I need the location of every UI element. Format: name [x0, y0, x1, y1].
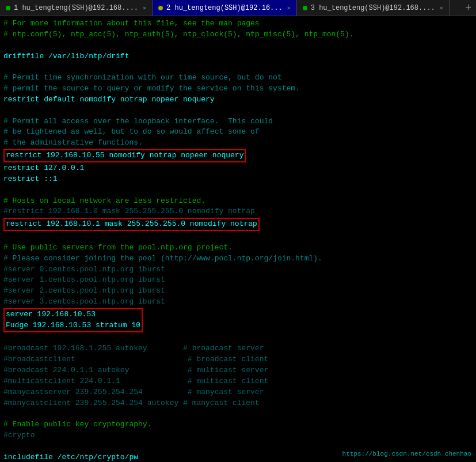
watermark: https://blog.csdn.net/csdn_chenhao — [342, 450, 471, 457]
line-16 — [3, 185, 473, 196]
line-5 — [3, 62, 473, 73]
line-17: # Hosts on local network are less restri… — [3, 196, 473, 207]
line-15: restrict ::1 — [3, 174, 473, 185]
line-34: #manycastserver 239.255.254.254 # manyca… — [3, 387, 473, 398]
tab-3-dot — [303, 6, 307, 10]
add-tab-button[interactable]: + — [465, 2, 476, 14]
title-bar: 1 hu_tengteng(SSH)@192.168.... ✕ 2 hu_te… — [0, 0, 476, 16]
line-21: # Use public servers from the pool.ntp.o… — [3, 243, 473, 253]
line-7: # permit the source to query or modify t… — [3, 84, 473, 94]
line-32: #broadcast 224.0.1.1 autokey # multicast… — [3, 365, 473, 376]
line-31: #broadcastclient # broadcast client — [3, 354, 473, 365]
tab-2-label: 2 hu_tengteng(SSH)@192.16... — [166, 4, 283, 12]
restrict-line-1: restrict 192.168.10.55 nomodify notrap n… — [5, 150, 245, 161]
tab-2-dot — [158, 6, 163, 10]
line-25: #server 2.centos.pool.ntp.org iburst — [3, 286, 473, 297]
line-20 — [3, 232, 473, 243]
line-38: #crypto — [3, 430, 473, 441]
tab-3-close[interactable]: ✕ — [440, 5, 443, 12]
highlighted-line-2: restrict 192.168.10.1 mask 255.255.255.0… — [3, 218, 260, 231]
line-1: # For more information about this file, … — [3, 18, 473, 29]
line-8: restrict default nomodify notrap nopeer … — [3, 94, 473, 105]
tab-3[interactable]: 3 hu_tengteng(SSH)@192.168.... ✕ — [297, 0, 450, 16]
line-12: # the administrative functions. — [3, 138, 473, 149]
line-30: #broadcast 192.168.1.255 autokey # broad… — [3, 343, 473, 354]
line-3 — [3, 40, 473, 51]
line-33: #multicastclient 224.0.1.1 # multicast c… — [3, 376, 473, 387]
line-26: #server 3.centos.pool.ntp.org iburst — [3, 297, 473, 308]
highlighted-block-server: server 192.168.10.53 Fudge 192.168.10.53… — [3, 308, 143, 332]
line-11: # be tightened as well, but to do so wou… — [3, 127, 473, 138]
line-23: #server 0.centos.pool.ntp.org iburst — [3, 264, 473, 275]
line-37: # Enable public key cryptography. — [3, 419, 473, 430]
restrict-line-2: restrict 192.168.10.1 mask 255.255.255.0… — [5, 219, 258, 230]
terminal: # For more information about this file, … — [0, 16, 476, 462]
tab-1-label: 1 hu_tengteng(SSH)@192.168.... — [14, 4, 138, 12]
line-18: #restrict 192.168.1.0 mask 255.255.255.0… — [3, 206, 473, 217]
tab-1[interactable]: 1 hu_tengteng(SSH)@192.168.... ✕ — [0, 0, 153, 16]
server-line-2: Fudge 192.168.10.53 stratum 10 — [5, 320, 142, 331]
line-10: # Permit all access over the loopback in… — [3, 116, 473, 127]
line-2: # ntp.conf(5), ntp_acc(5), ntp_auth(5), … — [3, 29, 473, 40]
tab-2-close[interactable]: ✕ — [287, 5, 291, 12]
line-24: #server 1.centos.pool.ntp.org iburst — [3, 275, 473, 286]
line-4: driftfile /var/lib/ntp/drift — [3, 51, 473, 62]
tab-2[interactable]: 2 hu_tengteng(SSH)@192.16... ✕ — [153, 0, 297, 16]
line-6: # Permit time synchronization with our t… — [3, 73, 473, 84]
line-29 — [3, 333, 473, 344]
line-22: # Please consider joining the pool (http… — [3, 253, 473, 264]
tab-1-close[interactable]: ✕ — [143, 5, 146, 12]
server-line-1: server 192.168.10.53 — [5, 309, 142, 320]
tab-1-dot — [6, 6, 10, 10]
highlighted-line-1: restrict 192.168.10.55 nomodify notrap n… — [3, 149, 246, 162]
tab-3-label: 3 hu_tengteng(SSH)@192.168.... — [311, 4, 435, 12]
line-36 — [3, 409, 473, 420]
line-9 — [3, 105, 473, 116]
line-35: #manycastclient 239.255.254.254 autokey … — [3, 398, 473, 409]
line-14: restrict 127.0.0.1 — [3, 163, 473, 174]
